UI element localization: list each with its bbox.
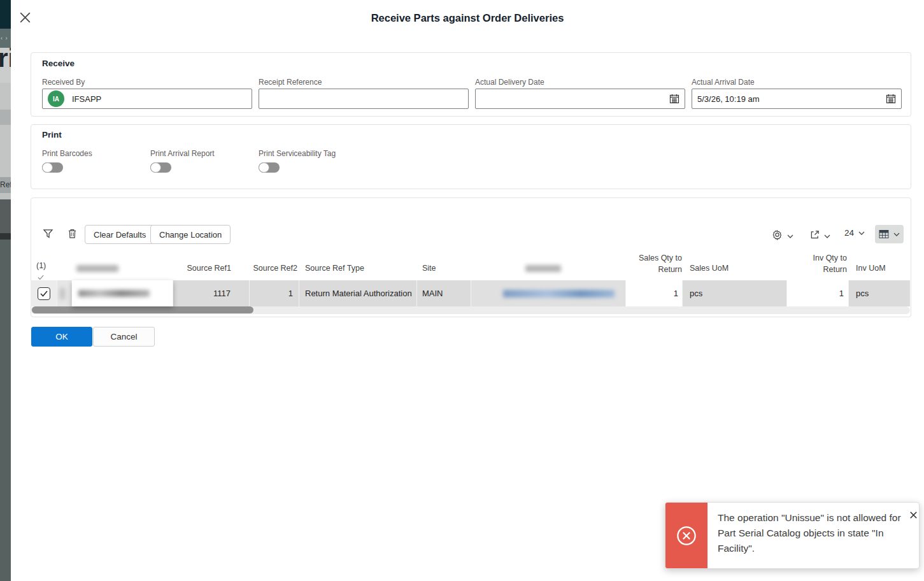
background-page-area	[0, 83, 11, 110]
background-label-fragment: Ref	[0, 177, 11, 193]
print-serviceability-tag-label: Print Serviceability Tag	[259, 149, 336, 158]
redacted-link-cell[interactable]	[471, 280, 626, 306]
toast-close-icon[interactable]	[910, 508, 917, 523]
delete-icon[interactable]	[68, 228, 77, 239]
error-toast-body: The operation "Unissue" is not allowed f…	[707, 503, 920, 568]
column-header-sales-qty-to-return[interactable]: Sales Qty to Return	[625, 252, 682, 275]
error-toast: The operation "Unissue" is not allowed f…	[665, 502, 920, 569]
actual-arrival-date-label: Actual Arrival Date	[692, 78, 755, 87]
ok-button[interactable]: OK	[31, 327, 92, 347]
row-select-cell	[31, 280, 57, 306]
toggle-knob	[259, 162, 269, 173]
actual-arrival-date-field[interactable]: 5/3/26, 10:19 am	[692, 89, 902, 109]
site-cell[interactable]: MAIN	[417, 280, 471, 306]
actual-delivery-date-field[interactable]	[475, 89, 685, 109]
redacted-column-header[interactable]	[525, 265, 561, 272]
horizontal-scrollbar-thumb[interactable]	[32, 306, 253, 313]
source-ref2-cell[interactable]: 1	[250, 280, 299, 306]
print-arrival-report-label: Print Arrival Report	[150, 149, 215, 158]
page-size-dropdown[interactable]: 24	[844, 228, 865, 238]
column-header-inv-qty-to-return[interactable]: Inv Qty to Return	[790, 252, 847, 275]
location-no-cell[interactable]	[72, 280, 173, 306]
redacted-column-header-location[interactable]	[76, 265, 118, 272]
receipt-reference-label: Receipt Reference	[259, 78, 322, 87]
row-checkbox[interactable]	[38, 287, 50, 300]
background-page-title-fragment: ri	[0, 48, 11, 83]
chevron-down-icon	[858, 231, 865, 235]
clear-defaults-button[interactable]: Clear Defaults	[85, 225, 155, 244]
toggle-knob	[150, 162, 161, 173]
background-app-header	[0, 0, 11, 29]
print-serviceability-tag-toggle[interactable]	[259, 162, 280, 173]
table-view-icon	[879, 230, 889, 238]
chevron-down-icon	[824, 234, 830, 238]
redacted-link-text	[503, 290, 615, 298]
column-header-source-ref2[interactable]: Source Ref2	[234, 264, 297, 273]
sales-qty-to-return-cell[interactable]: 1	[626, 280, 683, 306]
error-circle-x-icon	[676, 526, 697, 546]
print-barcodes-toggle[interactable]	[42, 162, 63, 173]
receive-section: Receive Received By IA IFSAPP Receipt Re…	[31, 52, 911, 117]
received-by-field[interactable]: IA IFSAPP	[42, 89, 252, 109]
print-section: Print Print Barcodes Print Arrival Repor…	[31, 124, 911, 189]
row-indicator-cell	[57, 280, 72, 306]
redacted-indicator	[60, 288, 65, 299]
source-ref-type-cell[interactable]: Return Material Authorization	[299, 280, 417, 306]
page-size-value: 24	[844, 228, 854, 238]
error-toast-icon-pane	[665, 503, 707, 568]
background-page-area	[0, 193, 11, 199]
background-dimmed-area	[0, 240, 11, 581]
actual-arrival-date-value: 5/3/26, 10:19 am	[697, 94, 760, 104]
redacted-location-value	[78, 290, 150, 297]
chevron-down-icon	[893, 233, 900, 236]
inv-uom-cell[interactable]: pcs	[849, 280, 910, 306]
selection-count-header[interactable]: (1)	[36, 261, 46, 270]
cancel-button[interactable]: Cancel	[93, 327, 155, 347]
breadcrumb-marks: ‹ ›	[1, 35, 8, 41]
print-arrival-report-toggle[interactable]	[150, 162, 171, 173]
print-section-title: Print	[42, 130, 62, 140]
background-page-area	[0, 125, 11, 177]
background-toolbar-fragment	[0, 110, 11, 125]
settings-gear-dropdown[interactable]	[772, 229, 793, 243]
export-dropdown[interactable]	[810, 230, 830, 242]
receive-section-title: Receive	[42, 59, 75, 68]
background-table-fragment	[0, 199, 11, 233]
print-barcodes-label: Print Barcodes	[42, 149, 92, 158]
background-breadcrumb: ‹ ›	[0, 29, 11, 48]
calendar-icon[interactable]	[886, 94, 896, 104]
received-by-value: IFSAPP	[72, 94, 101, 104]
actual-delivery-date-label: Actual Delivery Date	[475, 78, 544, 87]
received-by-label: Received By	[42, 78, 85, 87]
table-view-dropdown[interactable]	[875, 225, 904, 243]
chevron-down-icon	[787, 234, 793, 238]
column-header-inv-uom[interactable]: Inv UoM	[856, 264, 886, 273]
column-header-source-ref-type[interactable]: Source Ref Type	[305, 264, 364, 273]
filter-icon[interactable]	[43, 229, 53, 239]
toggle-knob	[42, 162, 53, 173]
column-header-site[interactable]: Site	[422, 264, 436, 273]
calendar-icon[interactable]	[669, 94, 679, 104]
gear-icon	[772, 229, 783, 243]
sales-uom-cell[interactable]: pcs	[683, 280, 787, 306]
dialog-title: Receive Parts against Order Deliveries	[11, 12, 924, 24]
background-scrollbar-fragment	[0, 233, 11, 240]
column-header-sales-uom[interactable]: Sales UoM	[690, 264, 729, 273]
column-header-source-ref1[interactable]: Source Ref1	[158, 264, 231, 273]
source-ref1-cell[interactable]: 1117	[173, 280, 250, 306]
inv-qty-to-return-cell[interactable]: 1	[789, 280, 849, 306]
user-avatar: IA	[48, 90, 64, 107]
receipt-reference-field[interactable]	[259, 89, 469, 109]
change-location-button[interactable]: Change Location	[150, 225, 231, 244]
export-icon	[810, 230, 820, 242]
error-toast-message: The operation "Unissue" is not allowed f…	[718, 510, 906, 556]
